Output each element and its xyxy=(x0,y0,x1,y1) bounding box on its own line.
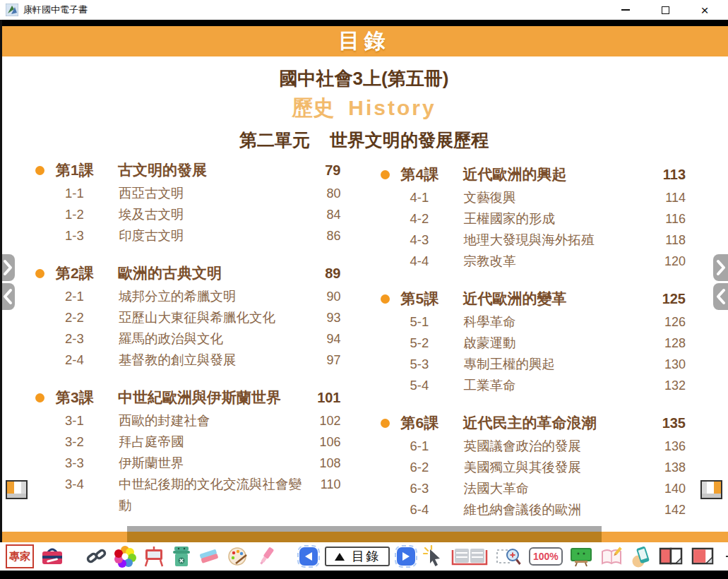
pinwheel-button[interactable] xyxy=(114,544,136,568)
easel-button[interactable] xyxy=(143,544,165,568)
toolbar-minimize-button[interactable] xyxy=(721,544,728,568)
lesson-row[interactable]: 第6課 近代民主的革命浪潮 135 xyxy=(381,413,686,433)
sub-row[interactable]: 4-3 地理大發現與海外拓殖 118 xyxy=(381,229,686,251)
sub-title: 基督教的創立與發展 xyxy=(119,350,310,371)
sub-row[interactable]: 2-1 城邦分立的希臘文明 90 xyxy=(35,286,341,307)
lesson-section: 第2課 歐洲的古典文明 89 2-1 城邦分立的希臘文明 90 2-2 亞歷山大… xyxy=(35,263,341,371)
sub-page: 97 xyxy=(310,350,341,371)
lesson-row[interactable]: 第2課 歐洲的古典文明 89 xyxy=(35,263,341,283)
mobile-device-button[interactable] xyxy=(630,544,652,568)
previous-page-button[interactable] xyxy=(299,544,318,568)
sub-row[interactable]: 4-4 宗教改革 120 xyxy=(381,251,686,272)
sub-page: 90 xyxy=(310,286,341,307)
lesson-page: 125 xyxy=(653,291,686,307)
sub-number: 2-2 xyxy=(65,307,100,328)
sub-title: 宗教改革 xyxy=(464,251,655,272)
horizontal-scrollbar[interactable] xyxy=(127,526,602,532)
app-window: 康軒國中電子書 × 目錄 國中社會3上(第五冊) 歷史History 第二單元世… xyxy=(0,0,728,579)
sub-page: 132 xyxy=(655,375,686,396)
page-corner-right-button[interactable] xyxy=(700,480,722,499)
sub-page: 116 xyxy=(655,208,686,229)
toolbox-button[interactable] xyxy=(40,544,64,568)
lesson-section: 第4課 近代歐洲的興起 113 4-1 文藝復興 114 4-2 王權國家的形成… xyxy=(381,165,686,272)
sub-page: 102 xyxy=(310,410,341,431)
notebook-button[interactable] xyxy=(599,544,623,568)
lesson-row[interactable]: 第3課 中世紀歐洲與伊斯蘭世界 101 xyxy=(35,388,341,407)
side-nav-back-button[interactable] xyxy=(713,283,728,310)
sub-page: 93 xyxy=(310,307,341,328)
side-nav-forward-button[interactable] xyxy=(713,254,728,281)
subject-en: History xyxy=(348,96,436,119)
sub-row[interactable]: 4-1 文藝復興 114 xyxy=(381,187,686,208)
sub-row[interactable]: 1-1 西亞古文明 80 xyxy=(35,183,341,204)
sub-row[interactable]: 5-2 啟蒙運動 128 xyxy=(381,333,686,354)
zoom-select-button[interactable] xyxy=(496,544,523,568)
sub-number: 5-3 xyxy=(410,354,446,375)
sub-row[interactable]: 2-2 亞歷山大東征與希臘化文化 93 xyxy=(35,307,341,328)
sub-row[interactable]: 5-1 科學革命 126 xyxy=(381,311,686,333)
eraser-icon xyxy=(198,547,220,566)
sub-number: 3-3 xyxy=(65,453,100,474)
side-nav-forward-button[interactable] xyxy=(0,254,15,281)
lesson-row[interactable]: 第1課 古文明的發展 79 xyxy=(35,160,341,180)
sub-row[interactable]: 3-2 拜占庭帝國 106 xyxy=(35,431,341,453)
zoom-level-button[interactable]: 100% xyxy=(529,544,563,568)
chalkboard-button[interactable] xyxy=(569,544,593,568)
sub-row[interactable]: 4-2 王權國家的形成 116 xyxy=(381,208,686,229)
lesson-number: 第6課 xyxy=(401,413,452,433)
unit-title: 世界文明的發展歷程 xyxy=(330,130,489,150)
close-button[interactable]: × xyxy=(697,3,712,17)
cursor-tool-button[interactable] xyxy=(422,544,443,568)
next-page-button[interactable] xyxy=(396,544,416,568)
cursor-icon xyxy=(422,545,443,568)
marker-button[interactable] xyxy=(256,544,277,568)
eraser-button[interactable] xyxy=(198,544,220,568)
bullet-icon xyxy=(35,166,44,175)
link-button[interactable] xyxy=(86,544,107,568)
sub-row[interactable]: 2-4 基督教的創立與發展 97 xyxy=(35,350,341,371)
dual-page-icon xyxy=(659,547,684,566)
sub-row[interactable]: 6-2 美國獨立與其後發展 138 xyxy=(381,457,686,478)
sub-number: 3-1 xyxy=(65,410,100,431)
side-nav-back-button[interactable] xyxy=(0,283,15,310)
page-selector[interactable]: 目錄 xyxy=(325,544,390,568)
lesson-row[interactable]: 第5課 近代歐洲的變革 125 xyxy=(381,289,686,309)
sub-row[interactable]: 1-2 埃及古文明 84 xyxy=(35,204,341,225)
page-corner-stripe xyxy=(7,482,14,494)
lesson-number: 第3課 xyxy=(56,388,107,407)
sub-row[interactable]: 6-1 英國議會政治的發展 136 xyxy=(381,436,686,457)
sub-row[interactable]: 6-3 法國大革命 140 xyxy=(381,478,686,499)
sub-number: 5-4 xyxy=(410,375,446,396)
bottom-black-strip xyxy=(0,571,728,579)
sub-number: 2-4 xyxy=(65,350,100,371)
sub-row[interactable]: 3-4 中世紀後期的文化交流與社會變動 110 xyxy=(35,474,341,516)
trash-button[interactable] xyxy=(172,544,191,568)
lesson-row[interactable]: 第4課 近代歐洲的興起 113 xyxy=(381,165,686,184)
marker-icon xyxy=(256,546,277,567)
sub-number: 6-3 xyxy=(410,478,446,499)
toolbar-system-group: × 專家 xyxy=(721,544,728,568)
sub-row[interactable]: 6-4 維也納會議後的歐洲 142 xyxy=(381,499,686,520)
page-corner-left-button[interactable] xyxy=(6,480,28,499)
minimize-button[interactable] xyxy=(618,3,633,17)
sub-row[interactable]: 3-1 西歐的封建社會 102 xyxy=(35,410,341,431)
lesson-title: 歐洲的古典文明 xyxy=(118,263,309,283)
open-book-button[interactable] xyxy=(450,544,489,568)
sub-row[interactable]: 5-3 專制王權的興起 130 xyxy=(381,354,686,375)
sub-row[interactable]: 3-3 伊斯蘭世界 108 xyxy=(35,453,341,474)
dual-page-view-button[interactable] xyxy=(659,544,684,568)
sub-row[interactable]: 1-3 印度古文明 86 xyxy=(35,225,341,246)
maximize-button[interactable] xyxy=(657,3,673,17)
bullet-icon xyxy=(381,170,390,179)
sub-row[interactable]: 2-3 羅馬的政治與文化 94 xyxy=(35,328,341,350)
palette-button[interactable] xyxy=(227,544,249,568)
expert-mode-button[interactable]: 專家 xyxy=(6,544,34,568)
sub-page: 118 xyxy=(655,229,686,251)
sub-page: 94 xyxy=(310,328,341,350)
lesson-number: 第4課 xyxy=(401,165,452,184)
titlebar: 康軒國中電子書 × xyxy=(0,0,728,20)
current-page-label: 目錄 xyxy=(352,548,380,565)
sub-row[interactable]: 5-4 工業革命 132 xyxy=(381,375,686,396)
sub-page: 86 xyxy=(310,225,341,246)
single-page-view-button[interactable] xyxy=(691,544,715,568)
